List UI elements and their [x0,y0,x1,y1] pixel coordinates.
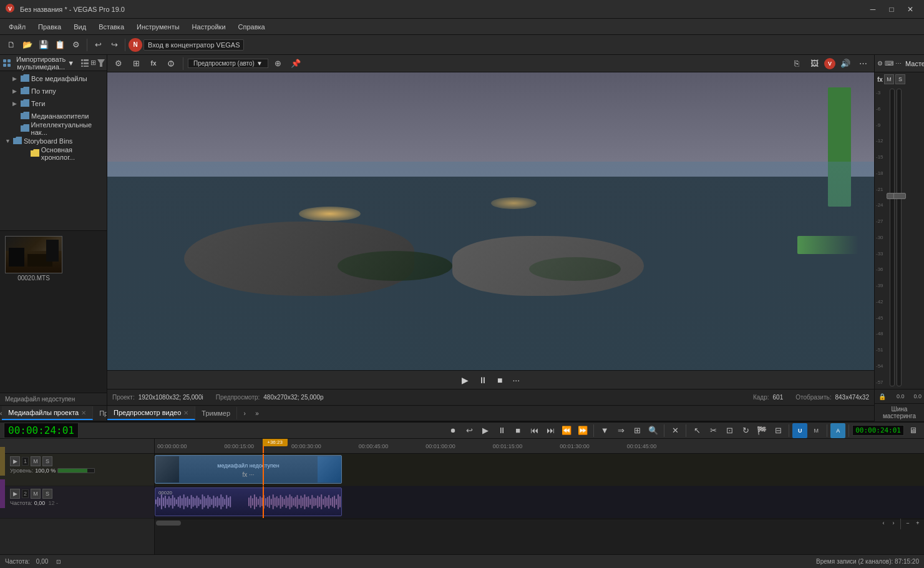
minimize-button[interactable]: ─ [864,1,882,18]
menu-edit[interactable]: Правка [32,21,67,32]
tl-render[interactable]: 🖥 [905,423,920,438]
track-s[interactable]: S [42,456,52,466]
tree-item-storyboard[interactable]: ▼ Storyboard Bins [0,135,107,147]
tl-btn-2[interactable]: ↩ [462,423,477,438]
tl-snap[interactable]: ⊡ [722,423,737,438]
tab-close-project[interactable]: ✕ [81,409,86,416]
lock-btn[interactable]: 🔒 [877,391,887,401]
tl-m-btn[interactable]: M [809,423,824,438]
status-settings[interactable]: ⊡ [54,557,63,566]
tab-trimmer[interactable]: Триммер [195,407,237,419]
clip-fx-icon[interactable]: fx [242,471,247,478]
preview-split[interactable]: ⊞ [129,56,143,71]
thumbnail-area[interactable]: 00020.MTS [0,231,107,393]
timeline-scrollbar[interactable]: ‹ › − + [155,519,924,526]
scroll-thumb[interactable] [156,521,181,526]
mixer-m-btn[interactable]: M [884,74,894,84]
import-button[interactable]: Импортировать мультимедиа... ▼ [12,55,78,72]
preview-tabs-more[interactable]: » [251,407,263,419]
preview-tabs-scroll[interactable]: › [238,407,251,419]
hub-button[interactable]: Вход в концентратор VEGAS [143,39,244,51]
tl-fast-rev[interactable]: ⏪ [559,423,574,438]
tl-u-btn[interactable]: U [792,423,807,438]
track-arrow[interactable]: ▶ [10,456,20,466]
close-button[interactable]: ✕ [902,1,919,18]
preview-scope[interactable] [163,56,178,71]
menu-tools[interactable]: Инструменты [130,21,186,32]
tl-search[interactable]: 🔍 [646,423,661,438]
preview-auto-btn[interactable]: Предпросмотр (авто) ▼ [188,59,268,68]
tree-item-media-drives[interactable]: Медианакопители [0,110,107,122]
tab-preview-video[interactable]: Предпросмотр видео ✕ [107,406,195,420]
tl-prev-frame[interactable]: ⏮ [527,423,542,438]
mixer-s-btn[interactable]: S [895,74,905,84]
tree-item-tags[interactable]: ▶ Теги [0,97,107,110]
more-button[interactable]: ··· [510,374,522,386]
tab-explorer[interactable]: Проводник [93,407,107,419]
audio-clip[interactable]: 00020 [155,487,342,516]
undo-btn[interactable]: ↩ [90,37,105,52]
mixer-keyframe[interactable]: ⌨ [885,59,893,69]
tl-ripple[interactable]: ⇒ [613,423,628,438]
clip-more-icon[interactable]: ··· [249,471,254,478]
menu-file[interactable]: Файл [2,21,32,32]
view-toggle[interactable] [80,57,89,69]
props-btn[interactable]: ⚙ [69,37,84,52]
tl-loop[interactable]: ↻ [738,423,753,438]
stop-button[interactable]: ■ [495,374,505,386]
menu-help[interactable]: Справка [232,21,271,32]
timeline-ruler[interactable]: +36:23 00:00:00:00 00:00:15:00 00:00:30:… [155,439,924,454]
zoom-out-btn[interactable]: − [903,519,913,527]
tab-project-media[interactable]: Медиафайлы проекта ✕ [2,406,93,420]
thumb-00020[interactable]: 00020.MTS [5,236,62,282]
preview-settings[interactable]: ⚙ [111,56,126,71]
tl-play[interactable]: ▶ [478,423,493,438]
scroll-right-btn[interactable]: › [888,519,898,527]
tree-item-smart[interactable]: Интеллектуальные нак... [0,122,107,135]
open-btn[interactable]: 📂 [20,37,35,52]
saveas-btn[interactable]: 📋 [52,37,67,52]
new-btn[interactable]: 🗋 [4,37,19,52]
redo-btn[interactable]: ↪ [107,37,122,52]
audio-s[interactable]: S [42,489,52,499]
audio-arrow[interactable]: ▶ [10,489,20,499]
tl-stop[interactable]: ■ [510,423,525,438]
track-m[interactable]: M [31,456,41,466]
save-btn[interactable]: 💾 [36,37,51,52]
tl-a-btn[interactable]: A [830,423,845,438]
level-bar[interactable] [57,468,95,473]
mixer-extra[interactable]: ⋯ [895,59,902,69]
tl-marker[interactable]: 🏁 [754,423,769,438]
fader-knob-right[interactable] [893,193,906,199]
fader-track-right[interactable] [897,89,902,386]
menu-insert[interactable]: Вставка [92,21,130,32]
tl-pause[interactable]: ⏸ [494,423,509,438]
tl-cursor[interactable]: ↖ [689,423,704,438]
play-button[interactable]: ▶ [459,374,471,386]
preview-copy[interactable]: ⎘ [789,56,804,71]
audio-m[interactable]: M [31,489,41,499]
maximize-button[interactable]: □ [883,1,900,18]
pause-button[interactable]: ⏸ [476,374,490,386]
preview-speaker[interactable]: 🔊 [838,56,853,71]
menu-view[interactable]: Вид [67,21,92,32]
tl-zoom-fit[interactable]: ⊞ [630,423,644,438]
tl-select[interactable]: ▼ [597,423,612,438]
tl-next-frame[interactable]: ⏭ [543,423,558,438]
tl-cut[interactable]: ✂ [706,423,721,438]
filter-btn[interactable] [97,57,105,69]
preview-pin[interactable]: 📌 [288,56,303,71]
thumbnail-view[interactable]: ⊞ [90,57,96,69]
tl-close[interactable]: ✕ [668,423,683,438]
tl-fast-fwd[interactable]: ⏩ [575,423,590,438]
preview-close[interactable]: ✕ [183,409,188,416]
scroll-left-btn[interactable]: ‹ [878,519,888,527]
tree-item-main-timeline[interactable]: Основная хронолог... [0,147,107,160]
preview-fx[interactable]: fx [146,56,161,71]
tree-item-by-type[interactable]: ▶ По типу [0,85,107,97]
preview-extra[interactable]: ⋯ [855,56,870,71]
zoom-in-btn[interactable]: + [913,519,923,527]
tl-btn-1[interactable]: ⏺ [445,423,460,438]
preview-crosshair[interactable]: ⊕ [271,56,286,71]
fader-track-left[interactable] [890,89,895,386]
